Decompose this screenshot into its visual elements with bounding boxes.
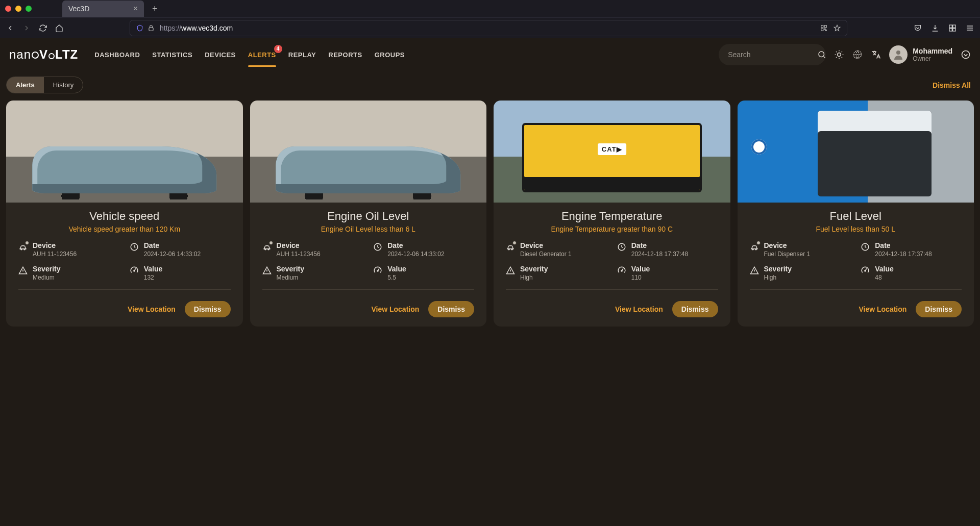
browser-tab[interactable]: Vec3D × — [62, 1, 144, 17]
brand-logo[interactable]: nanVLTZ — [9, 47, 78, 62]
clock-icon — [130, 242, 139, 252]
globe-icon[interactable] — [852, 49, 863, 60]
lock-icon — [148, 24, 155, 32]
search-box[interactable] — [719, 44, 826, 65]
field-value: Medium — [277, 274, 304, 281]
field-device: Device AUH 11-123456 — [18, 241, 119, 258]
minimize-window-icon[interactable] — [15, 6, 21, 12]
browser-tabbar: Vec3D × + — [0, 0, 980, 17]
svg-rect-8 — [949, 28, 952, 31]
field-value: High — [520, 274, 548, 281]
translate-icon[interactable] — [871, 49, 881, 60]
svg-rect-5 — [826, 30, 827, 31]
reload-icon[interactable] — [39, 24, 47, 32]
user-role: Owner — [913, 55, 952, 62]
field-label: Date — [144, 241, 201, 249]
home-icon[interactable] — [55, 24, 63, 32]
download-icon[interactable] — [931, 24, 939, 32]
divider — [750, 289, 962, 290]
nav-item-statistics[interactable]: STATISTICS — [152, 49, 192, 61]
nav-item-devices[interactable]: DEVICES — [205, 49, 236, 61]
nav-item-dashboard[interactable]: DASHBOARD — [94, 49, 140, 61]
dismiss-button[interactable]: Dismiss — [428, 301, 474, 317]
field-value: 2024-12-06 14:33:02 — [387, 251, 444, 258]
card-subtitle: Engine Oil Level less than 6 L — [262, 225, 475, 233]
nav-item-alerts[interactable]: ALERTS4 — [248, 49, 276, 61]
alert-card: Engine Oil Level Engine Oil Level less t… — [250, 101, 487, 327]
alert-card: CAT▶ Engine Temperature Engine Temperatu… — [494, 101, 730, 327]
field-device: Device Diesel Generator 1 — [506, 241, 607, 258]
alert-card: Fuel Level Fuel Level less than 50 L Dev… — [738, 101, 974, 327]
back-icon[interactable] — [6, 24, 14, 32]
divider — [506, 289, 718, 290]
field-label: Value — [875, 265, 894, 273]
dismiss-button[interactable]: Dismiss — [185, 301, 231, 317]
dismiss-button[interactable]: Dismiss — [916, 301, 962, 317]
search-input[interactable] — [728, 51, 817, 59]
field-device: Device Fuel Dispenser 1 — [750, 241, 851, 258]
search-icon[interactable] — [817, 50, 826, 59]
dismiss-all-button[interactable]: Dismiss All — [933, 81, 974, 89]
url-bar[interactable]: https://www.vec3d.com — [130, 20, 847, 36]
field-value: Value 132 — [130, 265, 231, 281]
user-menu[interactable]: Mohammed Owner — [889, 45, 952, 64]
qr-icon[interactable] — [820, 24, 827, 32]
chevron-down-icon[interactable] — [961, 49, 971, 60]
pocket-icon[interactable] — [914, 24, 922, 32]
field-date: Date 2024-12-18 17:37:48 — [617, 241, 718, 258]
field-value: Value 110 — [617, 265, 718, 281]
gauge-icon — [130, 266, 139, 275]
main-nav: DASHBOARDSTATISTICSDEVICESALERTS4REPLAYR… — [94, 49, 405, 61]
field-label: Value — [387, 265, 406, 273]
field-date: Date 2024-12-06 14:33:02 — [130, 241, 231, 258]
car-icon — [262, 242, 272, 252]
divider — [18, 289, 231, 290]
menu-icon[interactable] — [966, 24, 974, 32]
dismiss-button[interactable]: Dismiss — [672, 301, 718, 317]
tab-alerts[interactable]: Alerts — [7, 77, 44, 93]
warn-icon — [18, 266, 28, 275]
card-title: Engine Temperature — [506, 210, 718, 223]
tab-history[interactable]: History — [44, 77, 83, 93]
gauge-icon — [617, 266, 626, 275]
browser-chrome: Vec3D × + https://www.vec3d.com — [0, 0, 980, 38]
nav-item-reports[interactable]: REPORTS — [328, 49, 362, 61]
field-device: Device AUH 11-123456 — [262, 241, 363, 258]
card-image — [250, 101, 487, 203]
field-label: Value — [144, 265, 163, 273]
view-location-button[interactable]: View Location — [859, 305, 906, 313]
car-icon — [506, 242, 515, 252]
close-tab-icon[interactable]: × — [133, 4, 138, 13]
field-value: Value 5.5 — [373, 265, 474, 281]
field-value: High — [764, 274, 792, 281]
svg-rect-9 — [953, 28, 955, 31]
field-date: Date 2024-12-18 17:37:48 — [861, 241, 962, 258]
card-subtitle: Vehicle speed greater than 120 Km — [18, 225, 231, 233]
gauge-icon — [861, 266, 870, 275]
close-window-icon[interactable] — [5, 6, 11, 12]
field-label: Date — [875, 241, 932, 249]
extensions-icon[interactable] — [948, 24, 957, 32]
svg-rect-6 — [949, 25, 952, 28]
theme-toggle-icon[interactable] — [834, 49, 844, 60]
star-icon[interactable] — [834, 24, 841, 32]
view-location-button[interactable]: View Location — [128, 305, 176, 313]
alert-cards: Vehicle speed Vehicle speed greater than… — [6, 101, 974, 327]
svg-rect-0 — [149, 28, 153, 31]
field-label: Device — [520, 241, 572, 249]
field-value: AUH 11-123456 — [33, 251, 77, 258]
clock-icon — [373, 242, 382, 252]
card-image — [738, 101, 974, 203]
view-location-button[interactable]: View Location — [371, 305, 419, 313]
new-tab-button[interactable]: + — [149, 4, 161, 14]
forward-icon[interactable] — [22, 24, 31, 32]
svg-point-13 — [896, 51, 900, 55]
field-value: Fuel Dispenser 1 — [764, 251, 811, 258]
nav-item-groups[interactable]: GROUPS — [375, 49, 405, 61]
card-subtitle: Engine Temperature greater than 90 C — [506, 225, 718, 233]
field-severity: Severity Medium — [18, 265, 119, 281]
svg-rect-1 — [821, 25, 823, 27]
maximize-window-icon[interactable] — [26, 6, 32, 12]
view-location-button[interactable]: View Location — [615, 305, 663, 313]
nav-item-replay[interactable]: REPLAY — [288, 49, 316, 61]
